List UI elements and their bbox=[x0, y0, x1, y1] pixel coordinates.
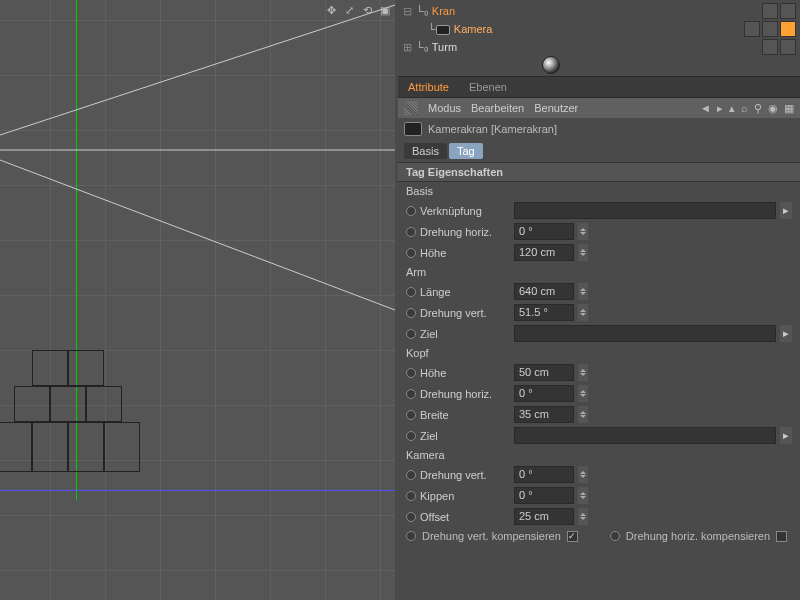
value-input[interactable]: 25 cm bbox=[514, 508, 574, 525]
render-icon[interactable] bbox=[780, 39, 796, 55]
spinner[interactable] bbox=[578, 223, 588, 240]
viewport-nav-icons: ✥ ⤢ ⟲ ▣ bbox=[321, 0, 395, 20]
property-label: Offset bbox=[420, 511, 510, 523]
expand-icon[interactable]: ⊞ bbox=[402, 41, 412, 54]
om-item-kran[interactable]: ⊟ └₀ Kran bbox=[402, 2, 796, 20]
right-panel: ⊟ └₀ Kran └ Kamera ⊞ └₀ Turm Attribute E… bbox=[398, 0, 800, 600]
subtab-basis[interactable]: Basis bbox=[404, 143, 447, 159]
new-icon[interactable]: ▦ bbox=[784, 102, 794, 115]
zoom-icon[interactable]: ⤢ bbox=[341, 2, 357, 18]
render-icon[interactable] bbox=[762, 21, 778, 37]
property-row: Drehung vert.0 ° bbox=[398, 464, 800, 485]
property-label: Verknüpfung bbox=[420, 205, 510, 217]
value-input[interactable]: 0 ° bbox=[514, 466, 574, 483]
material-sphere-icon[interactable] bbox=[542, 56, 560, 74]
null-icon: └₀ bbox=[416, 41, 428, 54]
nav-back-icon[interactable]: ◄ bbox=[700, 102, 711, 114]
radio-icon[interactable] bbox=[406, 368, 416, 378]
radio-icon[interactable] bbox=[406, 287, 416, 297]
group-header: Kamera bbox=[398, 446, 800, 464]
group-header: Basis bbox=[398, 182, 800, 200]
fit-icon[interactable]: ▣ bbox=[377, 2, 393, 18]
chevron-right-icon[interactable]: ▸ bbox=[780, 325, 792, 342]
radio-icon[interactable] bbox=[406, 410, 416, 420]
property-row: Breite35 cm bbox=[398, 404, 800, 425]
radio-icon[interactable] bbox=[406, 329, 416, 339]
tab-attribute[interactable]: Attribute bbox=[398, 77, 459, 97]
om-item-kamera[interactable]: └ Kamera bbox=[402, 20, 796, 38]
checkbox[interactable]: ✓ bbox=[567, 531, 578, 542]
object-line: Kamerakran [Kamerakran] bbox=[398, 118, 800, 140]
value-input[interactable]: 0 ° bbox=[514, 487, 574, 504]
pan-icon[interactable]: ✥ bbox=[323, 2, 339, 18]
lock-icon[interactable]: ⚲ bbox=[754, 102, 762, 115]
spinner[interactable] bbox=[578, 283, 588, 300]
vis-icon[interactable] bbox=[762, 3, 778, 19]
menu-benutzer[interactable]: Benutzer bbox=[534, 102, 578, 114]
render-icon[interactable] bbox=[780, 3, 796, 19]
axis-x bbox=[0, 490, 395, 491]
spinner[interactable] bbox=[578, 364, 588, 381]
radio-icon[interactable] bbox=[406, 531, 416, 541]
tag-icon[interactable] bbox=[780, 21, 796, 37]
value-input[interactable]: 120 cm bbox=[514, 244, 574, 261]
mode-bar: Modus Bearbeiten Benutzer ◄ ▸ ▴ ⌕ ⚲ ◉ ▦ bbox=[398, 98, 800, 118]
chevron-right-icon[interactable]: ▸ bbox=[780, 202, 792, 219]
menu-bearbeiten[interactable]: Bearbeiten bbox=[471, 102, 524, 114]
tab-ebenen[interactable]: Ebenen bbox=[459, 77, 517, 97]
vis-icon[interactable] bbox=[744, 21, 760, 37]
object-manager[interactable]: ⊟ └₀ Kran └ Kamera ⊞ └₀ Turm bbox=[398, 0, 800, 76]
subtab-tag[interactable]: Tag bbox=[449, 143, 483, 159]
om-item-turm[interactable]: ⊞ └₀ Turm bbox=[402, 38, 796, 56]
spinner[interactable] bbox=[578, 385, 588, 402]
grip-icon[interactable] bbox=[404, 101, 418, 115]
radio-icon[interactable] bbox=[406, 206, 416, 216]
radio-icon[interactable] bbox=[406, 431, 416, 441]
radio-icon[interactable] bbox=[610, 531, 620, 541]
link-field[interactable] bbox=[514, 427, 776, 444]
orbit-icon[interactable]: ⟲ bbox=[359, 2, 375, 18]
menu-modus[interactable]: Modus bbox=[428, 102, 461, 114]
property-label: Länge bbox=[420, 286, 510, 298]
vis-icon[interactable] bbox=[762, 39, 778, 55]
value-input[interactable]: 50 cm bbox=[514, 364, 574, 381]
property-label: Höhe bbox=[420, 367, 510, 379]
radio-icon[interactable] bbox=[406, 491, 416, 501]
search-icon[interactable]: ⌕ bbox=[741, 102, 748, 114]
checkbox[interactable] bbox=[776, 531, 787, 542]
value-input[interactable]: 640 cm bbox=[514, 283, 574, 300]
gear-icon[interactable]: ◉ bbox=[768, 102, 778, 115]
property-row: Drehung vert.51.5 ° bbox=[398, 302, 800, 323]
value-input[interactable]: 0 ° bbox=[514, 385, 574, 402]
nav-fwd-icon[interactable]: ▸ bbox=[717, 102, 723, 115]
radio-icon[interactable] bbox=[406, 248, 416, 258]
value-input[interactable]: 35 cm bbox=[514, 406, 574, 423]
property-row: Offset25 cm bbox=[398, 506, 800, 527]
spinner[interactable] bbox=[578, 487, 588, 504]
value-input[interactable]: 0 ° bbox=[514, 223, 574, 240]
spinner[interactable] bbox=[578, 406, 588, 423]
radio-icon[interactable] bbox=[406, 389, 416, 399]
radio-icon[interactable] bbox=[406, 512, 416, 522]
chevron-right-icon[interactable]: ▸ bbox=[780, 427, 792, 444]
value-input[interactable]: 51.5 ° bbox=[514, 304, 574, 321]
group-header: Arm bbox=[398, 263, 800, 281]
property-label: Kippen bbox=[420, 490, 510, 502]
spinner[interactable] bbox=[578, 466, 588, 483]
check-label: Drehung horiz. kompensieren bbox=[626, 530, 770, 542]
viewport[interactable]: ✥ ⤢ ⟲ ▣ bbox=[0, 0, 395, 600]
null-icon: └₀ bbox=[416, 5, 428, 18]
spinner[interactable] bbox=[578, 304, 588, 321]
link-field[interactable] bbox=[514, 325, 776, 342]
property-label: Drehung vert. bbox=[420, 469, 510, 481]
property-row: Kippen0 ° bbox=[398, 485, 800, 506]
radio-icon[interactable] bbox=[406, 470, 416, 480]
radio-icon[interactable] bbox=[406, 308, 416, 318]
radio-icon[interactable] bbox=[406, 227, 416, 237]
link-field[interactable] bbox=[514, 202, 776, 219]
expand-icon[interactable]: ⊟ bbox=[402, 5, 412, 18]
spinner[interactable] bbox=[578, 244, 588, 261]
nav-up-icon[interactable]: ▴ bbox=[729, 102, 735, 115]
spinner[interactable] bbox=[578, 508, 588, 525]
om-label: Kran bbox=[432, 5, 455, 17]
